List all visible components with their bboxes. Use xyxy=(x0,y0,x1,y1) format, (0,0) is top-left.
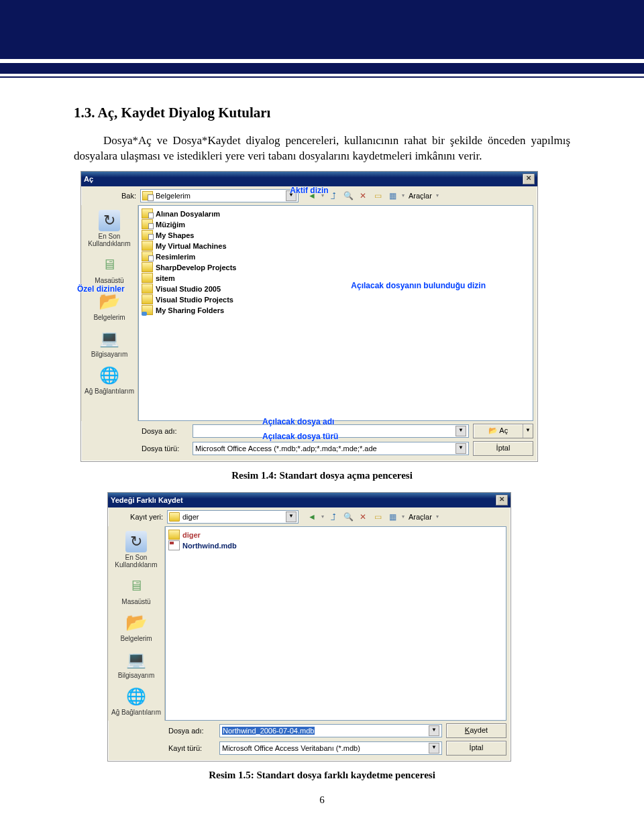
delete-icon[interactable]: ✕ xyxy=(358,190,368,201)
dropdown-arrow-icon[interactable]: ▼ xyxy=(286,512,297,522)
up-folder-icon[interactable]: ⮥ xyxy=(328,512,339,522)
filetype-label: Kayıt türü: xyxy=(168,744,215,752)
close-button[interactable]: ✕ xyxy=(496,495,508,505)
back-icon[interactable]: ◄ xyxy=(307,512,317,522)
cancel-button[interactable]: İptal xyxy=(473,441,533,456)
cancel-button[interactable]: İptal xyxy=(446,741,506,756)
list-item[interactable]: My Shapes xyxy=(142,230,530,241)
lookin-value: Belgelerim xyxy=(156,192,283,200)
item-icon xyxy=(142,251,153,261)
item-icon xyxy=(142,208,153,219)
dialog-title: Aç xyxy=(84,175,93,183)
header-banner-strip xyxy=(0,63,644,74)
place-network[interactable]: 🌐Ağ Bağlantılarım xyxy=(109,684,163,718)
header-banner xyxy=(0,0,644,59)
annotation-dosya-turu: Açılacak dosya türü xyxy=(262,432,338,441)
dialog-titlebar[interactable]: Yedeği Farklı Kaydet ✕ xyxy=(108,493,511,507)
dialog-titlebar[interactable]: Aç ✕ xyxy=(81,172,537,186)
list-item[interactable]: Alınan Dosyalarım xyxy=(142,208,530,219)
up-folder-icon[interactable]: ⮥ xyxy=(328,190,339,201)
list-item[interactable]: My Sharing Folders xyxy=(142,305,530,316)
place-desktop[interactable]: 🖥Masaüstü xyxy=(83,252,136,286)
item-icon xyxy=(142,219,153,229)
tools-menu[interactable]: Araçlar xyxy=(409,513,432,521)
list-item[interactable]: Resimlerim xyxy=(142,251,530,262)
places-bar: ↻En Son Kullandıklarım🖥Masaüstü📂Belgeler… xyxy=(108,526,165,721)
new-folder-icon[interactable]: ▭ xyxy=(372,190,383,201)
filetype-combo[interactable]: Microsoft Office Access (*.mdb;*.adp;*.m… xyxy=(193,442,469,455)
filename-label: Dosya adı: xyxy=(142,427,189,435)
list-item[interactable]: Northwind.mdb xyxy=(168,540,503,551)
figure-caption-1: Resim 1.4: Standart dosya açma penceresi xyxy=(74,470,570,481)
tools-menu[interactable]: Araçlar xyxy=(409,192,432,200)
place-recent[interactable]: ↻En Son Kullandıklarım xyxy=(109,529,163,571)
place-network[interactable]: 🌐Ağ Bağlantılarım xyxy=(83,363,136,397)
search-icon[interactable]: 🔍 xyxy=(343,512,354,522)
item-icon xyxy=(142,241,153,251)
item-icon xyxy=(142,273,153,283)
filename-input[interactable]: Northwind_2006-07-04.mdb▼ xyxy=(219,724,442,737)
item-icon xyxy=(142,262,153,272)
filetype-combo[interactable]: Microsoft Office Access Veritabanı (*.md… xyxy=(219,741,442,755)
lookin-combo[interactable]: Belgelerim ▼ xyxy=(140,189,299,202)
item-icon xyxy=(142,284,153,294)
dialog-title: Yedeği Farklı Kaydet xyxy=(111,496,183,504)
new-folder-icon[interactable]: ▭ xyxy=(372,512,383,522)
list-item[interactable]: diger xyxy=(168,530,503,540)
save-button[interactable]: Kaydet xyxy=(446,723,506,738)
list-item[interactable]: Visual Studio Projects xyxy=(142,294,530,305)
views-icon[interactable]: ▦ xyxy=(387,512,398,522)
close-button[interactable]: ✕ xyxy=(523,174,535,184)
place-recent[interactable]: ↻En Son Kullandıklarım xyxy=(83,208,136,249)
annotation-dizin: Açılacak dosyanın bulunduğu dizin xyxy=(351,281,486,290)
item-icon xyxy=(142,230,153,240)
savein-value: diger xyxy=(182,513,283,521)
delete-icon[interactable]: ✕ xyxy=(358,512,368,522)
place-desktop[interactable]: 🖥Masaüstü xyxy=(109,573,163,607)
annotation-dosya-adi: Açılacak dosya adı xyxy=(262,417,334,426)
place-mypc[interactable]: 💻Bilgisayarım xyxy=(83,326,136,360)
place-mydocs[interactable]: 📂Belgelerim xyxy=(109,610,163,644)
list-item[interactable]: My Virtual Machines xyxy=(142,241,530,251)
views-icon[interactable]: ▦ xyxy=(387,190,398,201)
item-icon xyxy=(142,294,153,304)
place-mydocs[interactable]: 📂Belgelerim xyxy=(83,289,136,323)
section-paragraph: Dosya*Aç ve Dosya*Kaydet diyalog pencere… xyxy=(74,133,570,164)
folder-icon xyxy=(169,512,180,522)
lookin-label: Bak: xyxy=(85,192,136,200)
places-bar: ↻En Son Kullandıklarım🖥Masaüstü📂Belgeler… xyxy=(81,205,138,421)
open-button[interactable]: 📂 Aç▼ xyxy=(473,424,533,438)
filename-label: Dosya adı: xyxy=(168,727,215,735)
annotation-aktif-dizin: Aktif dizin xyxy=(290,186,328,195)
item-icon xyxy=(142,305,153,315)
item-icon xyxy=(168,530,180,540)
folder-icon xyxy=(142,191,153,200)
file-list[interactable]: Açılacak dosyanın bulunduğu dizin Alınan… xyxy=(138,205,533,421)
file-list[interactable]: digerNorthwind.mdb xyxy=(165,526,506,721)
item-icon xyxy=(168,540,180,550)
section-heading: 1.3. Aç, Kaydet Diyalog Kutuları xyxy=(74,105,570,121)
annotation-ozel-dizinler: Özel dizinler xyxy=(77,285,125,294)
page-number: 6 xyxy=(74,794,570,806)
filetype-label: Dosya türü: xyxy=(142,444,189,453)
search-icon[interactable]: 🔍 xyxy=(343,190,354,201)
list-item[interactable]: SharpDevelop Projects xyxy=(142,262,530,273)
list-item[interactable]: Müziğim xyxy=(142,219,530,230)
place-mypc[interactable]: 💻Bilgisayarım xyxy=(109,647,163,681)
savein-label: Kayıt yeri: xyxy=(112,513,163,521)
savein-combo[interactable]: diger ▼ xyxy=(167,510,299,524)
figure-caption-2: Resim 1.5: Standart dosya farklı kaydetm… xyxy=(74,770,570,781)
